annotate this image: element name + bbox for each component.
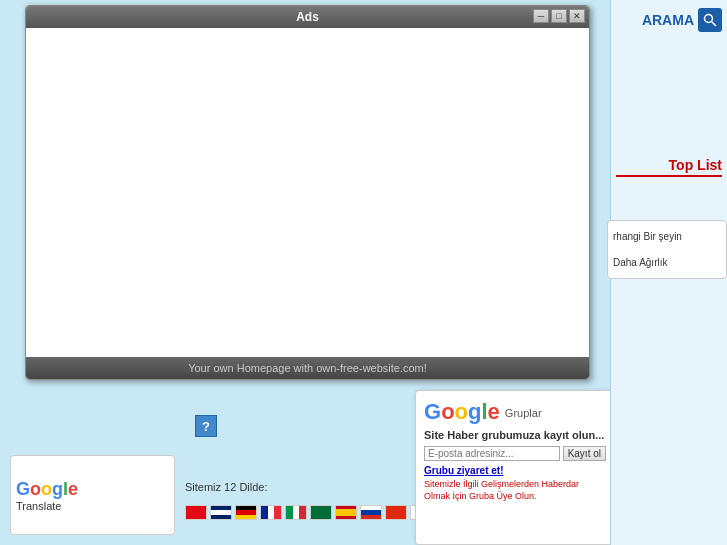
close-button[interactable]: ✕ (569, 9, 585, 23)
svg-line-1 (712, 22, 717, 27)
top-list-label: Top List (616, 157, 722, 177)
translate-text: Translate (16, 500, 78, 512)
flag-es[interactable] (335, 505, 357, 520)
minimize-button[interactable]: ─ (533, 9, 549, 23)
flag-fr[interactable] (260, 505, 282, 520)
gg-visit-link[interactable]: Grubu ziyaret et! (424, 465, 606, 476)
flag-it[interactable] (285, 505, 307, 520)
arama-label: ARAMA (642, 12, 694, 28)
arama-search-button[interactable] (698, 8, 722, 32)
ads-window: Ads ─ □ ✕ Your own Homepage with own-fre… (25, 5, 590, 380)
ads-title: Ads (296, 10, 319, 24)
gg-logo-row: Google Gruplar (424, 399, 606, 425)
ads-footer: Your own Homepage with own-free-website.… (26, 357, 589, 379)
ads-window-controls: ─ □ ✕ (533, 9, 585, 23)
flag-de[interactable] (235, 505, 257, 520)
flag-sa[interactable] (310, 505, 332, 520)
sitemiz-label: Sitemiz 12 Dilde: (185, 481, 268, 493)
google-logo: Google (16, 479, 78, 500)
flag-gb[interactable] (210, 505, 232, 520)
google-translate-label: Google Translate (16, 479, 78, 512)
gg-email-row: Kayıt ol (424, 446, 606, 461)
gg-headline: Site Haber grubumuza kayıt olun... (424, 429, 606, 441)
maximize-button[interactable]: □ (551, 9, 567, 23)
flag-cn[interactable] (385, 505, 407, 520)
flag-tr[interactable] (185, 505, 207, 520)
ads-footer-text: Your own Homepage with own-free-website.… (188, 362, 427, 374)
sidebar-card-text-2: Daha Ağırlık (613, 255, 721, 270)
google-translate-box: Google Translate (10, 455, 175, 535)
top-list-section: Top List (611, 157, 727, 177)
search-icon (703, 13, 717, 27)
sidebar-card: rhangi Bir şeyin Daha Ağırlık (607, 220, 727, 279)
google-groups-panel: Google Gruplar Site Haber grubumuza kayı… (415, 390, 615, 545)
flag-ru[interactable] (360, 505, 382, 520)
question-icon[interactable]: ? (195, 415, 217, 437)
gg-desc-text: Sitemizle İlgili Gelişmelerden Haberdar … (424, 479, 606, 502)
gg-gruplar: Gruplar (505, 407, 542, 419)
svg-point-0 (705, 15, 713, 23)
ads-body (26, 28, 589, 357)
gg-google-text: Google (424, 399, 500, 425)
ads-titlebar: Ads ─ □ ✕ (26, 6, 589, 28)
right-sidebar: ARAMA Top List rhangi Bir şeyin Daha Ağı… (610, 0, 727, 545)
gg-email-input[interactable] (424, 446, 560, 461)
gg-kayit-button[interactable]: Kayıt ol (563, 446, 606, 461)
arama-area: ARAMA (611, 0, 727, 37)
sidebar-card-text-1: rhangi Bir şeyin (613, 229, 721, 244)
